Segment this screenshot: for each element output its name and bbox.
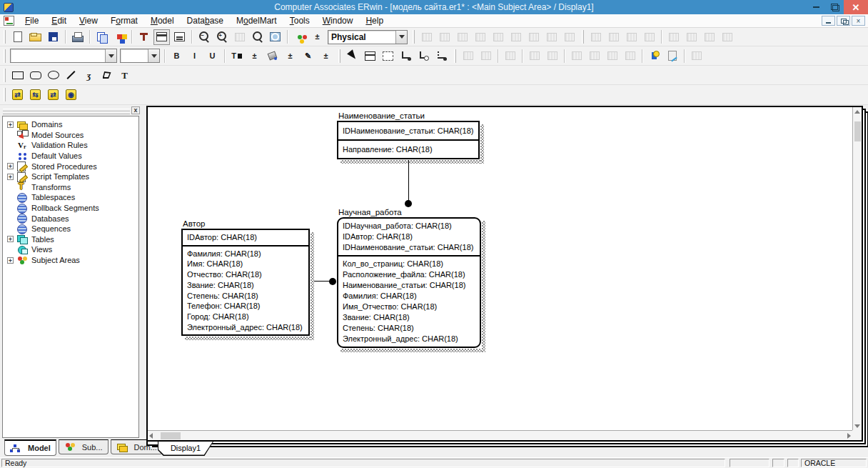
display-tab[interactable]: Display1 [158, 442, 213, 456]
tree-item-databases[interactable]: Databases [6, 213, 138, 224]
page-grid-button[interactable] [561, 29, 577, 45]
trigger-editor-button[interactable] [586, 48, 602, 64]
tree-item-tablespaces[interactable]: Tablespaces [6, 192, 138, 203]
menu-help[interactable]: Help [359, 14, 390, 28]
menu-window[interactable]: Window [316, 14, 360, 28]
identifying-relationship-tool-button[interactable] [398, 48, 414, 64]
tree-item-script-templates[interactable]: +Script Templates [6, 171, 138, 182]
text-color-button[interactable] [228, 48, 245, 64]
polygon-tool-button[interactable] [99, 67, 115, 83]
line-color-more-button[interactable]: ± [318, 48, 334, 64]
save-button[interactable] [45, 29, 61, 45]
zoom-dynamic-button[interactable] [231, 29, 248, 45]
menu-model[interactable]: Model [144, 14, 181, 28]
export-model-button[interactable]: ⇆ [27, 87, 44, 103]
entity-nauchnaya-rabota[interactable]: Научная_работа IDНаучная_работа: CHAR(18… [337, 208, 481, 348]
curve-tool-button[interactable]: ʒ [81, 67, 97, 83]
lock-button[interactable] [502, 48, 518, 64]
target-server-button[interactable]: ◉ [63, 87, 79, 103]
entity-tool-button[interactable] [362, 48, 378, 64]
fill-color-button[interactable] [264, 48, 281, 64]
layout-network-button[interactable] [472, 29, 488, 45]
toolbar-grip[interactable] [338, 49, 340, 63]
layout-hierarchy-button[interactable] [436, 29, 453, 45]
model-mart-button[interactable] [646, 48, 662, 64]
mdi-restore-button[interactable] [837, 16, 850, 26]
entity-avtor[interactable]: Автор IDАвтор: CHAR(18)Фамилия: CHAR(18)… [181, 219, 310, 336]
split-horizontal-button[interactable] [508, 29, 524, 45]
select-tool-button[interactable] [344, 48, 360, 64]
display-colors-button[interactable] [291, 29, 308, 45]
menu-file[interactable]: File [19, 14, 45, 28]
toolbar-grip[interactable] [454, 49, 456, 63]
scroll-left-icon[interactable] [149, 433, 153, 439]
toolbar-grip[interactable] [4, 49, 6, 63]
detach-object-button[interactable] [478, 48, 494, 64]
menu-format[interactable]: Format [104, 14, 144, 28]
toolbar-grip[interactable] [582, 30, 584, 44]
ellipse-tool-button[interactable] [45, 67, 61, 83]
expand-icon[interactable]: + [7, 163, 14, 169]
expand-icon[interactable]: + [7, 174, 14, 180]
font-size-combobox[interactable] [120, 49, 160, 63]
dropdown-arrow-icon[interactable] [395, 31, 407, 44]
script-editor-button[interactable] [604, 48, 620, 64]
dropdown-arrow-icon[interactable] [105, 49, 116, 62]
entity-naimenovanie-stati[interactable]: Наименование_статьи IDНаименование_стать… [337, 111, 480, 159]
explorer-tab-sub[interactable]: Sub... [59, 439, 108, 454]
zoom-out-button[interactable]: − [196, 29, 212, 45]
align-right-button[interactable] [641, 29, 657, 45]
minimize-button[interactable] [807, 0, 825, 14]
window-pane-button[interactable] [153, 29, 170, 45]
tree-item-default-values[interactable]: Default Values [6, 151, 138, 161]
panel-close-button[interactable]: x [131, 106, 140, 114]
expand-icon[interactable]: + [7, 121, 14, 128]
tree-item-rollback-segments[interactable]: Rollback Segments [6, 203, 138, 214]
scroll-right-icon[interactable] [847, 433, 851, 439]
bold-button[interactable]: B [168, 48, 185, 64]
group-objects-button[interactable] [701, 29, 717, 45]
align-top-button[interactable] [587, 29, 604, 45]
add-child-button[interactable] [543, 29, 560, 45]
align-middle-button[interactable] [605, 29, 622, 45]
vertical-scroll-thumb[interactable] [854, 121, 861, 141]
same-height-button[interactable] [683, 29, 700, 45]
run-report-button[interactable] [688, 48, 705, 64]
mdi-minimize-button[interactable] [822, 16, 835, 26]
tree-item-stored-procedures[interactable]: +Stored Procedures [6, 161, 138, 171]
stamp-attribute-button[interactable] [544, 48, 560, 64]
rectangle-tool-button[interactable] [9, 67, 26, 83]
window-note-button[interactable] [171, 29, 188, 45]
grid-view-button[interactable] [622, 48, 638, 64]
line-tool-button[interactable] [63, 67, 79, 83]
tree-item-tables[interactable]: +Tables [6, 234, 138, 245]
tree-item-sequences[interactable]: Sequences [6, 224, 138, 234]
text-color-more-button[interactable]: ± [246, 48, 263, 64]
rounded-rectangle-tool-button[interactable] [27, 67, 44, 83]
zoom-region-button[interactable] [249, 29, 266, 45]
subject-area-tool-button[interactable] [380, 48, 396, 64]
dropdown-arrow-icon[interactable] [148, 49, 159, 62]
tree-item-subject-areas[interactable]: +Subject Areas [6, 255, 138, 266]
ungroup-objects-button[interactable] [719, 29, 735, 45]
same-width-button[interactable] [665, 29, 682, 45]
copy-properties-button[interactable] [94, 29, 110, 45]
menu-edit[interactable]: Edit [45, 14, 73, 28]
menu-tools[interactable]: Tools [283, 14, 316, 28]
display-level-button[interactable]: ± [309, 29, 326, 45]
link-objects-button[interactable] [418, 29, 435, 45]
new-document-button[interactable] [9, 29, 26, 45]
italic-button[interactable]: I [186, 48, 203, 64]
horizontal-scrollbar[interactable] [148, 430, 852, 440]
import-model-button[interactable]: ⇄ [9, 87, 26, 103]
line-color-button[interactable]: ✎ [300, 48, 316, 64]
tree-item-domains[interactable]: +Domains [6, 119, 138, 130]
tree-item-model-sources[interactable]: Model Sources [6, 130, 138, 141]
tree-item-validation-rules[interactable]: Validation Rules [6, 140, 138, 151]
font-name-combobox[interactable] [10, 49, 117, 63]
layout-tree-button[interactable] [454, 29, 470, 45]
expand-icon[interactable]: + [7, 257, 14, 264]
explorer-tab-model[interactable]: Model [4, 439, 56, 456]
toolbar-grip[interactable] [4, 69, 6, 82]
align-left-button[interactable] [623, 29, 640, 45]
